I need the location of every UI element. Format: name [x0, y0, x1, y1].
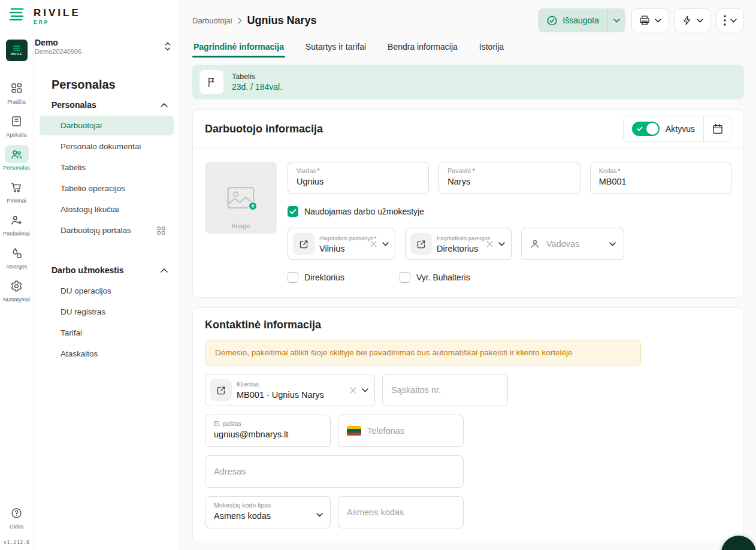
saved-button[interactable]: Išsaugota: [538, 8, 625, 32]
asmens-kodas-placeholder: Asmens kodas: [347, 507, 404, 517]
tabelis-value-link[interactable]: 23d. / 184val.: [232, 82, 282, 92]
section-personalas-items: Darbuotojai Personalo dokumentai Tabelis…: [34, 114, 180, 241]
question-circle-icon: [5, 504, 29, 522]
vadovas-select[interactable]: Vadovas: [521, 228, 624, 260]
sidebar-item-atostogu-likuciai[interactable]: Atostogų likučiai: [40, 200, 174, 219]
print-button[interactable]: [631, 8, 669, 32]
rail-item-personalas[interactable]: Personalas: [1, 145, 33, 171]
kebab-icon: [724, 15, 726, 26]
field-label: Vardas: [297, 167, 316, 174]
quick-actions-button[interactable]: [675, 8, 710, 32]
checkbox-vyr-buhalteris[interactable]: Vyr. Buhalteris: [400, 272, 470, 283]
saskaitos-nr-field[interactable]: Sąskaitos nr.: [382, 374, 508, 406]
checkbox-unchecked-icon: [400, 272, 410, 283]
employee-photo-upload[interactable]: + Image: [205, 162, 277, 234]
adresas-field[interactable]: Adresas: [205, 455, 464, 488]
field-label: Pagrindinis padalinys: [319, 235, 373, 241]
sidebar: RIVILE ERP Demo Demo20240906 Personalas …: [34, 0, 180, 550]
sidebar-item-ataskaitos[interactable]: Ataskaitos: [40, 344, 174, 364]
checkbox-checked-icon: [288, 206, 298, 217]
workspace-avatar[interactable]: RIVILE: [6, 40, 28, 61]
saved-dropdown-button[interactable]: [607, 8, 625, 32]
sidebar-item-darbuotojai[interactable]: Darbuotojai: [40, 116, 174, 135]
image-label: Image: [205, 222, 277, 229]
kodas-field[interactable]: Kodas* MB001: [590, 162, 731, 194]
sidebar-item-tarifai[interactable]: Tarifai: [40, 323, 174, 343]
tabelis-title: Tabelis: [232, 72, 282, 81]
breadcrumb-link[interactable]: Darbuotojai: [192, 16, 232, 25]
email-phone-row: El. paštas ugnius@mbnarys.lt Telefonas: [205, 415, 731, 447]
sidebar-item-label: Tabelis: [61, 163, 86, 172]
rail-item-pirkimai[interactable]: Pirkimai: [1, 178, 33, 204]
chevron-up-icon: [161, 268, 168, 273]
sidebar-item-personalo-dokumentai[interactable]: Personalo dokumentai: [40, 137, 174, 156]
name-fields-row: Vardas* Ugnius Pavardė* Narys Kodas* MB0…: [288, 162, 731, 194]
toggle-knob: [646, 123, 658, 135]
tab-istorija[interactable]: Istorija: [478, 38, 505, 58]
pareigos-combo[interactable]: Pagrindinės pareigos Direktorius: [405, 228, 512, 260]
mokesciu-kodo-tipas-select[interactable]: Mokesčių kodo tipas Asmens kodas: [205, 496, 331, 528]
external-link-icon[interactable]: [210, 379, 232, 401]
rail-item-pardavimai[interactable]: Pardavimai: [1, 211, 33, 237]
sidebar-item-du-operacijos[interactable]: DU operacijos: [40, 281, 174, 301]
sidebar-item-tabelio-operacijos[interactable]: Tabelio operacijos: [40, 179, 174, 198]
saved-button-main[interactable]: Išsaugota: [538, 15, 607, 26]
section-personalas[interactable]: Personalas: [34, 94, 180, 114]
rail-item-apskaita[interactable]: Apskaita: [1, 112, 33, 138]
workspace-switcher[interactable]: Demo Demo20240906: [35, 38, 171, 55]
guide-button[interactable]: Gidas: [1, 504, 33, 530]
field-label: Pavardė: [447, 167, 471, 174]
external-link-icon[interactable]: [410, 233, 432, 255]
telefonas-field[interactable]: Telefonas: [338, 415, 464, 447]
checkbox-label: Direktorius: [304, 273, 344, 282]
rail-item-atsargos[interactable]: Atsargos: [1, 244, 33, 270]
active-toggle-label: Aktyvus: [666, 124, 695, 134]
chevron-down-icon: [316, 513, 323, 517]
el-pastas-field[interactable]: El. paštas ugnius@mbnarys.lt: [205, 415, 331, 447]
active-toggle[interactable]: Aktyvus: [624, 122, 703, 136]
clear-icon[interactable]: [370, 240, 377, 248]
chevron-down-icon[interactable]: [498, 242, 505, 246]
sidebar-item-label: Darbuotojai: [61, 121, 102, 130]
clear-icon[interactable]: [486, 240, 494, 248]
rail-item-label: Pradžia: [7, 99, 26, 105]
employee-card-controls: Aktyvus: [623, 116, 731, 142]
icon-rail: RIVILE Pradžia Apskaita Personalas Pirki…: [0, 0, 34, 550]
lithuania-flag-icon[interactable]: [347, 426, 361, 436]
cart-icon: [5, 178, 29, 196]
chevron-down-icon: [697, 19, 703, 23]
pareigos-value: Direktorius: [437, 244, 481, 253]
position-fields-row: Pagrindinis padalinys* Vilnius Pagrindin…: [288, 228, 731, 260]
chevron-down-icon[interactable]: [382, 242, 389, 246]
contact-card-title: Kontaktinė informacija: [205, 319, 731, 331]
sidebar-item-label: Ataskaitos: [61, 349, 98, 358]
required-asterisk: *: [472, 167, 474, 174]
external-link-icon[interactable]: [293, 233, 315, 255]
chevron-down-icon[interactable]: [362, 388, 368, 392]
rail-item-nustatymai[interactable]: Nustatymai: [1, 277, 33, 303]
vardas-field[interactable]: Vardas* Ugnius: [288, 162, 429, 194]
guide-label: Gidas: [10, 524, 24, 530]
padalinys-combo[interactable]: Pagrindinis padalinys* Vilnius: [288, 228, 395, 260]
tab-sutartys-ir-tarifai[interactable]: Sutartys ir tarifai: [304, 38, 367, 58]
asmens-kodas-field[interactable]: Asmens kodas: [338, 496, 464, 528]
klientas-combo[interactable]: Klientas MB001 - Ugnius Narys: [205, 374, 375, 406]
sidebar-item-du-registras[interactable]: DU registras: [40, 302, 174, 322]
sidebar-item-tabelis[interactable]: Tabelis: [40, 158, 174, 177]
more-menu-button[interactable]: [716, 8, 744, 32]
pavarde-field[interactable]: Pavardė* Narys: [439, 162, 580, 194]
toggle-switch[interactable]: [632, 122, 660, 136]
sidebar-item-label: Atostogų likučiai: [61, 205, 119, 214]
calendar-button[interactable]: [703, 116, 731, 141]
required-asterisk: *: [317, 167, 320, 174]
section-darbo-uzmokestis[interactable]: Darbo užmokestis: [34, 259, 180, 280]
rail-item-pradzia[interactable]: Pradžia: [1, 79, 33, 105]
checkbox-direktorius[interactable]: Direktorius: [288, 272, 344, 283]
rail-nav: Pradžia Apskaita Personalas Pirkimai Par…: [1, 79, 33, 310]
rivile-logo-icon[interactable]: [9, 7, 25, 23]
tab-pagrindine-informacija[interactable]: Pagrindinė informacija: [192, 38, 285, 58]
tab-bendra-informacija[interactable]: Bendra informacija: [386, 38, 459, 58]
sidebar-item-darbuotoju-portalas[interactable]: Darbuotojų portalas: [40, 220, 174, 240]
checkbox-naudojamas-darbo-uzmokestyje[interactable]: Naudojamas darbo užmokestyje: [288, 206, 731, 217]
clear-icon[interactable]: [349, 386, 357, 394]
